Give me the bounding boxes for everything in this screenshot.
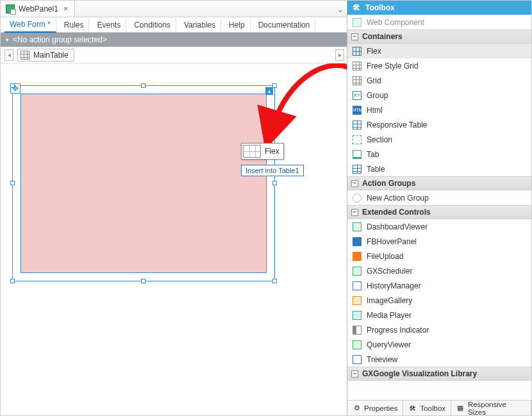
toolbox-title: Toolbox [365,3,395,12]
tab-conditions[interactable]: Conditions [129,19,176,32]
toolbox-item-historymanager[interactable]: HistoryManager [347,278,531,293]
query-icon [353,340,362,349]
progress-icon [353,326,362,335]
tab-overflow-chevron-icon[interactable]: ⌄ [337,1,344,17]
toolbox-item-gxscheduler[interactable]: GXScheduler [347,263,531,278]
resize-handle[interactable] [10,279,15,283]
action-group-text: <No action group selected> [13,35,107,44]
collapse-icon: − [351,33,358,40]
action-group-icon [353,194,362,203]
grid-icon [353,62,362,71]
section-title: Containers [362,32,403,41]
toolbox-item-mediaplayer[interactable]: Media Player [347,308,531,322]
table-icon [21,51,29,60]
toolbox-item-label: ImageGallery [367,296,412,305]
document-tab-strip: WebPanel1 × ⌄ [1,1,347,17]
toolbox-item-fileupload[interactable]: FileUpload [347,249,531,263]
toolbox-item-label: Media Player [367,311,411,320]
toolbox-item-freestylegrid[interactable]: Free Style Grid [347,58,531,73]
toolbox-item-label: Responsive Table [367,121,428,129]
toolbox-item-label: QueryViewer [367,340,411,349]
toolbox-item-new-action-group[interactable]: New Action Group [347,190,531,205]
breadcrumb-prev-button[interactable]: ◂ [4,49,13,61]
toolbox-item-progress[interactable]: Progress Indicator [347,322,531,337]
toolbox-section-extended[interactable]: − Extended Controls [347,205,531,219]
section-title: Action Groups [362,179,415,188]
toolbox-item-label: DashboardViewer [367,222,428,231]
toolbox-item-responsive-table[interactable]: Responsive Table [347,117,531,132]
close-tab-icon[interactable]: × [62,4,70,13]
resize-handle[interactable] [10,181,15,185]
tab-variables[interactable]: Variables [179,19,221,32]
drag-ghost-label: Flex [265,147,279,156]
section-icon [353,135,362,144]
tab-documentation[interactable]: Documentation [253,19,316,32]
resize-handle[interactable] [141,279,145,283]
breadcrumb-next-button[interactable]: ▸ [335,49,344,61]
fbhover-icon [353,237,362,246]
html-icon: HTML [353,106,362,115]
toolbox-section-containers[interactable]: − Containers [347,29,531,44]
toolbox-item-dashboardviewer[interactable]: DashboardViewer [347,219,531,234]
tab-web-form[interactable]: Web Form * [4,18,56,33]
action-group-bar[interactable]: ▾ <No action group selected> [1,33,347,47]
resize-handle[interactable] [141,83,145,88]
toolbox-item-treeview[interactable]: Treeview [347,352,531,367]
dashboard-icon [353,222,362,231]
toolbox-item-flex[interactable]: Flex [347,44,531,58]
toolbox-item-section[interactable]: Section [347,132,531,147]
resize-handle[interactable] [272,83,277,88]
breadcrumb-label: MainTable [33,51,69,60]
flex-icon [353,47,362,56]
gallery-icon [353,296,362,305]
selected-table-container[interactable]: ▴ [12,85,275,281]
flex-icon [243,145,261,158]
toolbox-section-gxgoogle[interactable]: − GXGoogle Visualization Library [347,367,531,381]
toolbox-header-icon: 🛠 [353,3,360,12]
drag-ghost-flex: Flex [241,143,284,160]
group-icon: XY [353,91,362,100]
section-title: GXGoogle Visualization Library [362,369,477,378]
document-tab-webpanel[interactable]: WebPanel1 × [1,1,75,17]
toolbox-panel: 🛠 Toolbox Web Component − Containers Fle… [347,1,531,415]
bt-label: Toolbox [420,404,445,412]
tab-help[interactable]: Help [224,19,251,32]
toolbox-item-imagegallery[interactable]: ImageGallery [347,293,531,308]
toolbox-item-label: Section [367,135,392,144]
gear-icon: ⚙ [353,404,361,412]
table-icon [353,165,362,174]
tab-events[interactable]: Events [92,19,126,32]
history-icon [353,281,362,290]
section-title: Extended Controls [362,208,431,217]
collapse-icon: − [351,180,358,187]
toolbox-item-webcomponent[interactable]: Web Component [347,15,531,29]
toolbox-item-table[interactable]: Table [347,162,531,176]
resize-handle[interactable] [10,83,15,88]
tab-toolbox[interactable]: 🛠 Toolbox [403,401,451,415]
toolbox-item-label: Free Style Grid [367,62,419,71]
design-canvas[interactable]: ▴ Flex [1,63,347,415]
tab-rules[interactable]: Rules [59,19,90,32]
toolbox-section-actiongroups[interactable]: − Action Groups [347,176,531,190]
collapse-icon: − [351,209,358,216]
upload-icon [353,252,362,261]
toolbox-item-label: Treeview [367,355,397,364]
webpanel-icon [6,4,15,13]
toolbox-item-html[interactable]: HTML Html [347,103,531,117]
toolbox-item-queryviewer[interactable]: QueryViewer [347,337,531,352]
toolbox-item-label: Html [367,106,383,115]
toolbox-item-tab[interactable]: Tab [347,147,531,162]
toolbox-item-label: Web Component [367,18,424,27]
editor-sub-tabs: Web Form * Rules Events Conditions Varia… [1,17,347,33]
resize-handle[interactable] [272,181,277,185]
bt-label: Properties [364,404,397,412]
toolbox-scroll[interactable]: Web Component − Containers Flex Free Sty… [347,15,531,400]
table-cell-drop-target[interactable] [21,94,267,273]
tab-properties[interactable]: ⚙ Properties [347,401,403,415]
toolbox-item-group[interactable]: XY Group [347,88,531,103]
tab-responsive-sizes[interactable]: ▦ Responsive Sizes [451,401,531,415]
toolbox-item-grid[interactable]: Grid [347,73,531,88]
breadcrumb-maintable[interactable]: MainTable [17,49,74,62]
toolbox-item-fbhoverpanel[interactable]: FBHoverPanel [347,234,531,249]
resize-handle[interactable] [272,279,277,283]
